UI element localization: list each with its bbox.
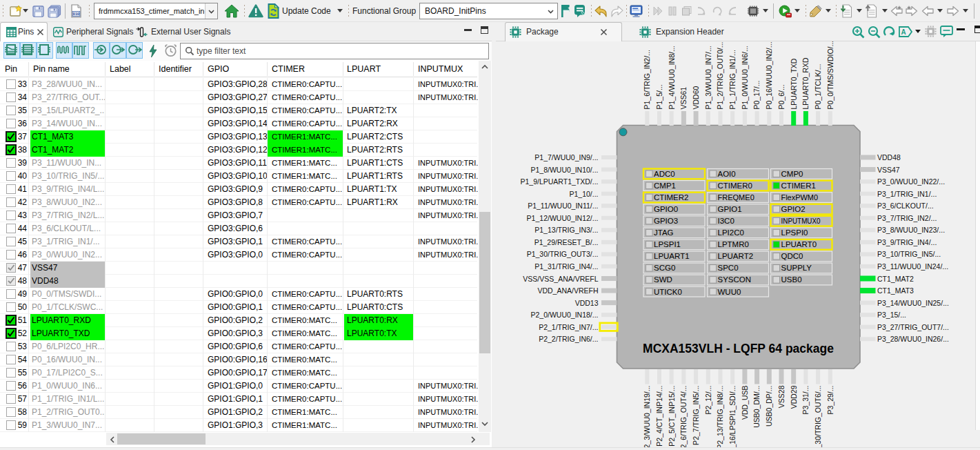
svg-text:SPC0: SPC0 [718,264,739,272]
svg-text:WUU0: WUU0 [718,288,741,296]
svg-text:P3_6/CLKOUT/...: P3_6/CLKOUT/... [877,202,934,210]
svg-text:ADC0: ADC0 [654,170,675,178]
svg-text:P2_2/TRIG_IN6/...: P2_2/TRIG_IN6/... [539,335,598,343]
svg-text:P1_12/WUU0_IN12/...: P1_12/WUU0_IN12/... [527,214,599,222]
svg-text:P3_14/WUU0_IN25/...: P3_14/WUU0_IN25/... [877,299,949,307]
svg-text:P0_16/WUU0_IN2/...: P0_16/WUU0_IN2/... [765,41,773,109]
svg-text:JTAG: JTAG [654,228,674,237]
svg-text:P2_16/LPSPI1_SDI/...: P2_16/LPSPI1_SDI/... [728,386,737,450]
svg-text:LPUART0: LPUART0 [781,240,817,248]
svg-text:AOI0: AOI0 [718,170,736,178]
svg-text:P2_1/TRIG_IN7/...: P2_1/TRIG_IN7/... [539,323,598,331]
svg-text:P1_9/LPUART1_TXD/...: P1_9/LPUART1_TXD/... [520,177,598,186]
svg-text:SUPPLY: SUPPLY [781,264,812,272]
svg-text:P1_7/WUU0_IN9/...: P1_7/WUU0_IN9/... [534,153,598,162]
svg-text:USB0_DP/...: USB0_DP/... [765,386,773,427]
svg-text:P3_15/...: P3_15/... [877,311,906,319]
svg-text:P1_6/TRIG_IN2/...: P1_6/TRIG_IN2/... [643,50,651,109]
svg-text:CTIMER1: CTIMER1 [781,182,816,190]
svg-text:P2_3/WUU0_IN19/...: P2_3/WUU0_IN19/... [643,386,651,450]
svg-text:VDD60: VDD60 [692,86,700,109]
svg-text:VSS47: VSS47 [877,166,900,174]
svg-text:P1_3/WUU0_IN7/...: P1_3/WUU0_IN7/... [704,46,712,109]
svg-text:P3_28/WUU0_IN26/...: P3_28/WUU0_IN26/... [877,335,949,343]
svg-text:P3_29/...: P3_29/... [826,386,834,415]
svg-text:A: A [901,28,906,36]
svg-text:LPUART0_TXD: LPUART0_TXD [790,58,798,109]
svg-text:CMP0: CMP0 [781,170,803,178]
svg-text:LPUART1: LPUART1 [654,252,690,260]
svg-text:P2_13/TRIG_IN8/...: P2_13/TRIG_IN8/... [716,386,724,449]
svg-text:LPUART2: LPUART2 [718,252,754,260]
svg-text:P2_7/TRIG_IN5/...: P2_7/TRIG_IN5/... [692,386,700,445]
svg-text:VSS61: VSS61 [679,87,688,110]
svg-text:P3_27/TRIG_OUT7/...: P3_27/TRIG_OUT7/... [877,323,949,331]
svg-text:LPI2C0: LPI2C0 [718,228,744,237]
svg-text:P3_8/WUU0_IN23/...: P3_8/WUU0_IN23/... [877,226,945,234]
svg-text:VDD29: VDD29 [790,385,798,409]
svg-text:P1_30/TRIG_OUT3/...: P1_30/TRIG_OUT3/... [527,250,599,258]
svg-text:P3_10/TRIG_IN5/...: P3_10/TRIG_IN5/... [877,250,941,258]
svg-text:UTICK0: UTICK0 [654,288,682,296]
svg-text:LPSPI0: LPSPI0 [781,228,808,237]
svg-text:P1_8/WUU0_IN10/...: P1_8/WUU0_IN10/... [530,166,598,174]
svg-text:QDC0: QDC0 [781,252,803,260]
svg-text:P2_5/CT_INP15/...: P2_5/CT_INP15/... [668,386,676,447]
svg-text:FREQME0: FREQME0 [718,193,754,202]
svg-text:VDD_USB: VDD_USB [741,386,749,420]
svg-text:VSS/VSS_ANA/VREFL: VSS/VSS_ANA/VREFL [523,275,598,283]
svg-text:P1_11/WUU0_IN11/...: P1_11/WUU0_IN11/... [528,202,598,210]
svg-text:P0_1/TCLK/...: P0_1/TCLK/... [814,64,822,110]
svg-text:INPUTMUX0: INPUTMUX0 [781,217,821,225]
svg-text:P2_12/...: P2_12/... [704,386,712,415]
svg-text:LPSPI1: LPSPI1 [654,240,681,248]
svg-text:P2_6/TRIG_OUT4/...: P2_6/TRIG_OUT4/... [679,386,688,450]
svg-text:CT1_MAT2: CT1_MAT2 [877,275,914,283]
svg-text:P3_30/TRIG_OUT6/...: P3_30/TRIG_OUT6/... [814,386,822,450]
svg-text:P3_11/WUU0_IN24/...: P3_11/WUU0_IN24/... [877,262,948,271]
svg-text:CTIMER2: CTIMER2 [654,193,688,202]
svg-text:P0_0/TMS/SWDIO/...: P0_0/TMS/SWDIO/... [826,41,834,110]
svg-text:GPIO1: GPIO1 [718,205,742,213]
svg-text:VSS28: VSS28 [777,385,786,408]
svg-text:P2_4/CT_INP14/...: P2_4/CT_INP14/... [655,386,663,447]
svg-text:P1_29/RESET_B/...: P1_29/RESET_B/... [534,238,599,246]
svg-text:MCXA153VLH - LQFP 64 package: MCXA153VLH - LQFP 64 package [643,342,834,355]
svg-text:P1_13/TRIG_IN3/...: P1_13/TRIG_IN3/... [534,226,598,234]
svg-text:P1_10/...: P1_10/... [569,190,598,198]
svg-text:USB0: USB0 [781,275,802,284]
svg-text:CMP1: CMP1 [654,182,676,190]
svg-text:VDD48: VDD48 [877,153,901,162]
svg-text:LPUART0_RXD: LPUART0_RXD [801,57,810,110]
svg-text:010: 010 [73,12,79,16]
svg-text:USB0_DM/...: USB0_DM/... [752,386,761,428]
svg-text:VDD13: VDD13 [575,299,599,307]
svg-text:P3_9/TRIG_IN4/...: P3_9/TRIG_IN4/... [877,238,937,246]
svg-text:P1_2/TRIG_OUT0/...: P1_2/TRIG_OUT0/... [716,41,724,109]
svg-text:P1_0/WUU0_IN6/...: P1_0/WUU0_IN6/... [741,46,749,109]
svg-text:CT1_MAT3: CT1_MAT3 [877,286,914,295]
svg-text:P2_0/WUU0_IN18/...: P2_0/WUU0_IN18/... [530,311,598,319]
svg-text:P1_4/WUU0_IN8/...: P1_4/WUU0_IN8/... [668,46,676,109]
svg-text:VDD_ANA/VREFH: VDD_ANA/VREFH [537,286,598,295]
svg-text:GPIO2: GPIO2 [781,205,806,213]
svg-text:GPIO3: GPIO3 [654,217,678,225]
svg-text:I3C0: I3C0 [718,217,734,225]
svg-text:P0_17/...: P0_17/... [752,80,761,109]
svg-text:SWD: SWD [654,275,672,284]
svg-text:GPIO0: GPIO0 [654,205,678,213]
svg-text:P1_5/...: P1_5/... [655,84,663,109]
svg-text:P3_0/WUU0_IN22/...: P3_0/WUU0_IN22/... [877,177,945,186]
svg-text:P0_6/...: P0_6/... [777,84,786,109]
svg-text:CTIMER0: CTIMER0 [718,182,752,190]
svg-text:P3_31/...: P3_31/... [801,386,810,415]
svg-text:P1_31/TRIG_IN4/...: P1_31/TRIG_IN4/... [534,262,598,271]
svg-text:FlexPWM0: FlexPWM0 [781,193,818,202]
svg-text:SYSCON: SYSCON [718,275,752,284]
svg-text:LPTMR0: LPTMR0 [718,240,749,248]
svg-text:P1_1/TRIG_IN1/...: P1_1/TRIG_IN1/... [728,50,737,109]
svg-text:SCG0: SCG0 [654,264,675,272]
svg-text:P3_7/TRIG_IN2/...: P3_7/TRIG_IN2/... [877,214,937,222]
svg-text:P3_1/TRIG_IN1/...: P3_1/TRIG_IN1/... [877,190,937,198]
